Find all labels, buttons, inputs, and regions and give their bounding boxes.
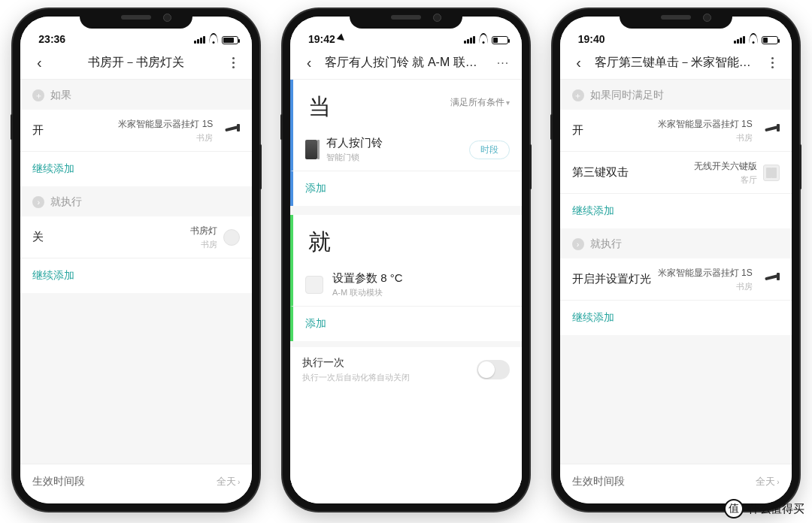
- row-right-sub: 书房: [736, 132, 753, 144]
- chevron-right-icon: ›: [238, 478, 240, 486]
- battery-icon: [492, 36, 508, 44]
- more-button[interactable]: [490, 56, 516, 70]
- battery-icon: [222, 36, 238, 44]
- footer-label: 生效时间段: [572, 475, 625, 488]
- footer-value: 全天: [756, 476, 775, 487]
- action-row[interactable]: 开启并设置灯光 米家智能显示器挂灯 1S 书房: [560, 258, 792, 301]
- add-condition-button[interactable]: 继续添加: [560, 194, 792, 228]
- location-icon: [337, 33, 350, 46]
- row-left-title: 开启并设置灯光: [572, 272, 651, 286]
- arrow-icon: ›: [32, 196, 44, 208]
- more-button[interactable]: [760, 57, 786, 68]
- wifi-icon: [478, 35, 489, 45]
- then-label: 就执行: [590, 237, 622, 251]
- row-right-title: 书房灯: [190, 225, 217, 237]
- run-once-row[interactable]: 执行一次 执行一次后自动化将自动关闭: [290, 341, 522, 392]
- plus-icon: ＋: [572, 89, 584, 101]
- back-button[interactable]: ‹: [296, 54, 322, 71]
- row-left-title: 设置参数 8 °C: [332, 271, 403, 286]
- period-pill-button[interactable]: 时段: [469, 141, 510, 159]
- condition-row[interactable]: 开 米家智能显示器挂灯 1S 书房: [20, 110, 252, 152]
- chevron-down-icon: ▾: [506, 98, 510, 107]
- signal-icon: [464, 36, 475, 44]
- watermark-text: 什么值得买: [748, 502, 804, 516]
- watermark: 值 什么值得买: [724, 499, 804, 518]
- doorlock-icon: [305, 140, 317, 159]
- add-action-button[interactable]: 继续添加: [20, 258, 252, 293]
- runonce-sub: 执行一次后自动化将自动关闭: [302, 372, 410, 383]
- page-title: 书房开－书房灯关: [52, 55, 220, 71]
- if-label: 如果: [50, 89, 71, 102]
- nav-bar: ‹ 客厅第三键单击－米家智能显示…: [560, 47, 792, 80]
- chevron-right-icon: ›: [777, 478, 779, 486]
- do-section-header: 就: [290, 215, 522, 264]
- row-right-title: 无线开关六键版: [694, 160, 757, 173]
- condition-row[interactable]: 第三键双击 无线开关六键版 客厅: [560, 152, 792, 194]
- plus-icon: ＋: [32, 89, 44, 101]
- add-action-button[interactable]: 添加: [290, 307, 522, 341]
- status-time: 19:40: [578, 33, 605, 45]
- wifi-icon: [208, 35, 219, 45]
- row-right-title: 米家智能显示器挂灯 1S: [658, 267, 753, 280]
- signal-icon: [194, 36, 205, 44]
- screen: 19:40 ‹ 客厅第三键单击－米家智能显示… ＋ 如果同时满足时 开 米家智能…: [560, 17, 792, 503]
- arrow-icon: ›: [572, 238, 584, 250]
- row-left-title: 第三键双击: [572, 165, 629, 180]
- condition-row[interactable]: 开 米家智能显示器挂灯 1S 书房: [560, 110, 792, 152]
- notch: [80, 9, 192, 29]
- lamp-icon: [759, 273, 780, 286]
- screen: 23:36 ‹ 书房开－书房灯关 ＋ 如果 开 米家智能显示器挂灯 1S: [20, 17, 252, 503]
- phone-frame: 19:40 ‹ 客厅第三键单击－米家智能显示… ＋ 如果同时满足时 开 米家智能…: [553, 9, 799, 511]
- action-row[interactable]: 关 书房灯 书房: [20, 216, 252, 258]
- row-left-title: 开: [572, 123, 583, 138]
- add-condition-button[interactable]: 添加: [290, 171, 522, 206]
- notch: [620, 9, 732, 29]
- module-icon: [305, 276, 323, 294]
- effective-period-row[interactable]: 生效时间段 全天›: [20, 464, 252, 503]
- if-section-header: ＋ 如果同时满足时: [560, 80, 792, 110]
- row-left-sub: 智能门锁: [326, 152, 383, 163]
- switch-icon: [763, 165, 780, 181]
- row-right-sub: 客厅: [741, 174, 757, 186]
- then-section-header: › 就执行: [20, 186, 252, 216]
- then-section-header: › 就执行: [560, 228, 792, 258]
- add-condition-button[interactable]: 继续添加: [20, 152, 252, 186]
- signal-icon: [734, 36, 745, 44]
- row-right-title: 米家智能显示器挂灯 1S: [658, 118, 753, 131]
- notch: [350, 9, 462, 29]
- runonce-title: 执行一次: [302, 356, 410, 370]
- row-left-title: 关: [32, 230, 44, 244]
- more-button[interactable]: [220, 57, 246, 68]
- row-right-sub: 书房: [201, 239, 217, 250]
- back-button[interactable]: ‹: [566, 54, 592, 71]
- runonce-toggle[interactable]: [477, 360, 510, 379]
- phone-frame: 19:42 ‹ 客厅有人按门铃 就 A-M 联动模块 当 满足所有条件 ▾: [283, 9, 529, 511]
- if-section-header: ＋ 如果: [20, 80, 252, 110]
- footer-value: 全天: [217, 476, 236, 487]
- wifi-icon: [748, 35, 759, 45]
- when-mode-button[interactable]: 满足所有条件 ▾: [450, 96, 510, 109]
- footer-label: 生效时间段: [32, 475, 85, 488]
- when-section-header: 当 满足所有条件 ▾: [290, 80, 522, 128]
- back-button[interactable]: ‹: [26, 54, 52, 71]
- page-title: 客厅第三键单击－米家智能显示…: [592, 55, 760, 71]
- if-label: 如果同时满足时: [590, 89, 664, 102]
- screen: 19:42 ‹ 客厅有人按门铃 就 A-M 联动模块 当 满足所有条件 ▾: [290, 17, 522, 503]
- battery-icon: [762, 36, 778, 44]
- status-time: 23:36: [38, 33, 65, 45]
- action-row[interactable]: 设置参数 8 °C A-M 联动模块: [290, 264, 522, 307]
- row-right-title: 米家智能显示器挂灯 1S: [118, 118, 213, 131]
- effective-period-row[interactable]: 生效时间段 全天›: [560, 464, 792, 503]
- add-action-button[interactable]: 继续添加: [560, 301, 792, 335]
- nav-bar: ‹ 客厅有人按门铃 就 A-M 联动模块: [290, 47, 522, 80]
- row-right-sub: 书房: [736, 281, 753, 292]
- row-right-sub: 书房: [196, 132, 213, 144]
- row-left-sub: A-M 联动模块: [332, 287, 403, 298]
- condition-row[interactable]: 有人按门铃 智能门锁 时段: [290, 128, 522, 171]
- then-label: 就执行: [50, 195, 82, 209]
- row-left-title: 有人按门铃: [326, 136, 383, 150]
- lamp-icon: [759, 124, 780, 138]
- lamp-icon: [219, 124, 240, 138]
- row-left-title: 开: [32, 123, 44, 138]
- light-toggle-icon: [223, 229, 240, 246]
